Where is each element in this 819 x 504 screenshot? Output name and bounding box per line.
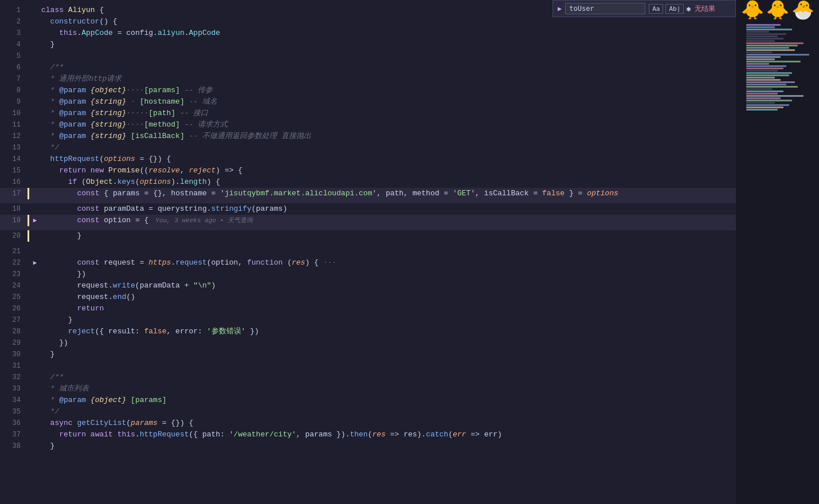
minimap-line xyxy=(746,100,792,101)
code-line-20: 20 } xyxy=(0,230,736,246)
search-options: Aa Ab| ✱ xyxy=(649,4,691,14)
code-line-19: 19 ▶ const option = {You, 3 weeks ago • … xyxy=(0,215,736,230)
search-input[interactable] xyxy=(565,3,645,14)
code-line-15: 15 return new Promise((resolve, reject) … xyxy=(0,165,736,176)
decoration-panel: 🐥 🐥 🐣 xyxy=(736,0,819,504)
code-line-35: 35 */ xyxy=(0,406,736,418)
code-container: 1 class Aliyun { 2 constructor() { 3 thi… xyxy=(0,0,736,504)
minimap-line xyxy=(746,102,775,104)
minimap-line xyxy=(746,40,775,42)
search-regex-button[interactable]: ✱ xyxy=(686,4,691,14)
minimap-line xyxy=(746,70,778,72)
minimap-line xyxy=(746,90,783,92)
minimap-line xyxy=(746,52,772,53)
minimap-line xyxy=(746,54,809,56)
code-line-28: 28 reject({ result: false, error: '参数错误'… xyxy=(0,326,736,337)
minimap-line xyxy=(746,74,789,76)
minimap-line xyxy=(746,88,772,90)
minimap-line xyxy=(746,72,792,74)
code-line-5: 5 xyxy=(0,50,736,62)
minimap-line xyxy=(746,58,775,60)
code-line-7: 7 * 通用外部http请求 xyxy=(0,73,736,85)
minimap-line xyxy=(746,63,769,65)
sticker-chick-2: 🐥 xyxy=(766,2,789,21)
editor-area: ▶ Aa Ab| ✱ 无结果 1 class Aliyun { 2 constr… xyxy=(0,0,736,504)
minimap-line xyxy=(746,36,778,37)
search-expand-icon[interactable]: ▶ xyxy=(558,5,562,13)
code-line-11: 11 * @param {string}····[method] -- 请求方式 xyxy=(0,119,736,131)
minimap-line xyxy=(746,29,792,30)
minimap-line xyxy=(746,65,786,67)
code-line-24: 24 request.write(paramData + "\n") xyxy=(0,280,736,292)
minimap-line xyxy=(746,38,783,40)
code-line-8: 8 * @param {object}····[params] -- 传参 xyxy=(0,85,736,96)
sticker-chick-1: 🐥 xyxy=(741,2,764,21)
minimap-line xyxy=(746,93,778,94)
code-line-9: 9 * @param {string} · [hostname] -- 域名 xyxy=(0,96,736,108)
minimap-line xyxy=(746,68,783,69)
code-line-31: 31 xyxy=(0,360,736,372)
code-line-10: 10 * @param {string}·····[path] -- 接口 xyxy=(0,108,736,119)
code-line-2: 2 constructor() { xyxy=(0,16,736,27)
minimap-line xyxy=(746,45,798,46)
code-line-3: 3 this.AppCode = config.aliyun.AppCode xyxy=(0,27,736,39)
code-line-26: 26 return xyxy=(0,303,736,314)
code-line-23: 23 }) xyxy=(0,269,736,280)
minimap-line xyxy=(746,104,789,106)
minimap-line xyxy=(746,81,795,83)
minimap-line xyxy=(746,61,801,62)
minimap-line xyxy=(746,31,769,33)
code-line-25: 25 request.end() xyxy=(0,292,736,303)
code-line-6: 6 /** xyxy=(0,62,736,73)
code-line-27: 27 } xyxy=(0,314,736,326)
code-line-21: 21 xyxy=(0,246,736,257)
code-line-22: 22 ▶ const request = https.request(optio… xyxy=(0,257,736,269)
code-line-13: 13 */ xyxy=(0,142,736,153)
code-line-34: 34 * @param {object} [params] xyxy=(0,395,736,406)
code-line-18: 18 const paramData = querystring.stringi… xyxy=(0,203,736,215)
minimap-line xyxy=(746,42,804,44)
minimap-line xyxy=(746,86,798,88)
code-line-4: 4 } xyxy=(0,39,736,50)
code-line-32: 32 /** xyxy=(0,372,736,383)
minimap-line xyxy=(746,33,786,35)
minimap-line xyxy=(746,49,795,51)
minimap-line xyxy=(746,24,781,26)
sticker-row-1: 🐥 🐥 🐣 xyxy=(741,2,814,21)
minimap-line xyxy=(746,84,786,85)
minimap-line xyxy=(746,26,775,28)
code-line-30: 30 } xyxy=(0,349,736,360)
code-line-12: 12 * @param {string} [isCallBack] -- 不做通… xyxy=(0,131,736,142)
minimap-content xyxy=(745,23,810,112)
minimap-line xyxy=(746,109,778,111)
minimap-line xyxy=(746,107,783,108)
minimap-line xyxy=(746,56,781,58)
code-line-29: 29 }) xyxy=(0,337,736,349)
minimap-line xyxy=(746,47,789,49)
sticker-chick-3: 🐣 xyxy=(791,2,814,21)
code-line-37: 37 return await this.httpRequest({ path:… xyxy=(0,429,736,440)
code-line-14: 14 httpRequest(options = {}) { xyxy=(0,153,736,165)
minimap-line xyxy=(746,95,804,97)
code-line-16: 16 if (Object.keys(options).length) { xyxy=(0,176,736,188)
search-whole-word-button[interactable]: Ab| xyxy=(665,4,684,14)
code-line-17: 17 const { params = {}, hostname = 'jisu… xyxy=(0,188,736,203)
minimap-line xyxy=(746,97,781,99)
minimap-line xyxy=(746,77,775,78)
code-line-33: 33 * 城市列表 xyxy=(0,383,736,395)
minimap-line xyxy=(746,79,781,81)
search-no-result-label: 无结果 xyxy=(695,4,715,14)
search-bar: ▶ Aa Ab| ✱ 无结果 xyxy=(552,0,736,17)
code-line-36: 36 async getCityList(params = {}) { xyxy=(0,418,736,429)
search-case-sensitive-button[interactable]: Aa xyxy=(649,4,663,14)
code-line-38: 38 } xyxy=(0,440,736,452)
